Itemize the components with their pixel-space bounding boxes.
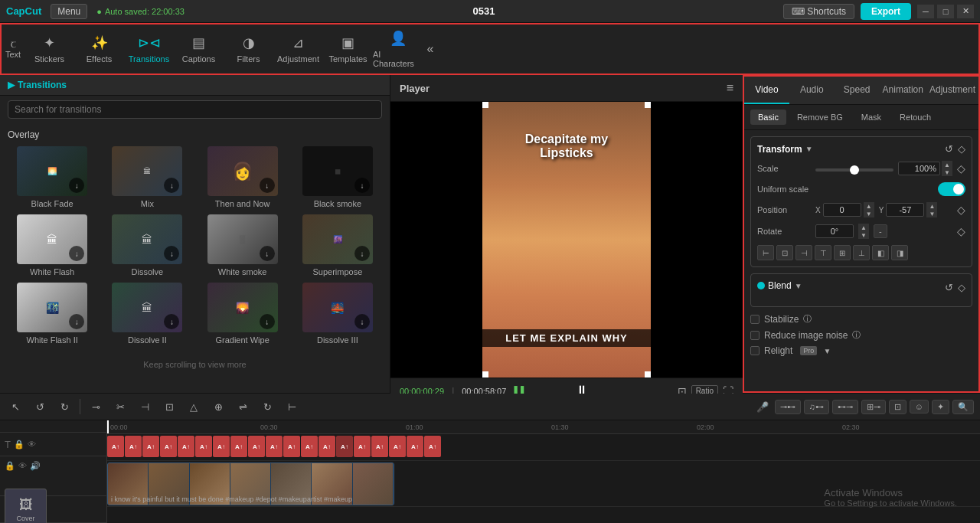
audio-snap-button[interactable]: ♫⊷ (804, 400, 829, 414)
toolbar-transitions[interactable]: ⊳⊲ Transitions (124, 23, 174, 75)
delete-button[interactable]: ✂ (111, 397, 129, 416)
freeze-button[interactable]: ⊕ (209, 397, 227, 416)
transition-mix[interactable]: 🏛 ↓ Mix (103, 146, 191, 208)
stabilize-checkbox[interactable] (750, 315, 760, 324)
stabilize-info-icon[interactable]: ⓘ (803, 313, 812, 325)
text-clip-16[interactable]: A↑ (389, 436, 406, 457)
text-clip-6[interactable]: A↑ (213, 436, 230, 457)
text-clip-10[interactable]: A↑ (283, 436, 300, 457)
shortcuts-button[interactable]: ⌨ Shortcuts (783, 4, 854, 19)
video-clip[interactable]: i know it's painful but it must be done … (107, 463, 394, 505)
text-clip-4[interactable]: A↑ (178, 436, 194, 457)
text-clip-13[interactable]: A↑ (336, 436, 353, 457)
rotate-decrement[interactable]: ▼ (858, 231, 869, 239)
tab-video[interactable]: Video (744, 77, 789, 104)
transition-dissolve[interactable]: 🏛 ↓ Dissolve (103, 214, 191, 276)
position-keyframe-icon[interactable]: ◇ (957, 204, 965, 216)
blend-diamond-icon[interactable]: ◇ (958, 282, 965, 293)
sub-tab-basic[interactable]: Basic (750, 110, 786, 125)
trim-button[interactable]: ⊣ (136, 397, 154, 416)
menu-button[interactable]: Menu (51, 4, 87, 19)
download-icon[interactable]: ↓ (164, 314, 179, 329)
align-right-button[interactable]: ⊣ (795, 245, 812, 260)
download-icon[interactable]: ↓ (354, 178, 370, 193)
cover-button[interactable]: 🖼 Cover (5, 489, 47, 524)
search-input[interactable] (8, 100, 382, 119)
download-icon[interactable]: ↓ (164, 246, 179, 261)
transition-then-and-now[interactable]: 👩 ↓ Then and Now (198, 146, 287, 208)
tab-audio[interactable]: Audio (789, 77, 835, 104)
rotate-minus-button[interactable]: - (874, 224, 887, 238)
text-clip-1[interactable]: A↑ (125, 436, 142, 457)
transition-dissolve-2[interactable]: 🏛 ↓ Dissolve II (103, 283, 191, 345)
text-clip-8[interactable]: A↑ (248, 436, 265, 457)
rotate-increment[interactable]: ▲ (858, 224, 869, 231)
split-button[interactable]: ⊸ (87, 397, 105, 416)
corner-handle-tr[interactable] (645, 102, 651, 108)
download-icon[interactable]: ↓ (260, 314, 275, 329)
text-clip-9[interactable]: A↑ (266, 436, 283, 457)
download-icon[interactable]: ↓ (260, 178, 275, 193)
corner-handle-br[interactable] (645, 371, 651, 378)
transition-white-flash[interactable]: 🏛 ↓ White Flash (8, 214, 96, 276)
sticker-button[interactable]: ✦ (932, 400, 949, 414)
mic-button[interactable]: 🎤 (753, 397, 772, 416)
scale-increment-button[interactable]: ▲ (942, 161, 952, 168)
transform-diamond-icon[interactable]: ◇ (958, 143, 965, 155)
toolbar-filters[interactable]: ◑ Filters (224, 23, 273, 75)
transition-gradient-wipe[interactable]: 🌄 ↓ Gradient Wipe (198, 283, 287, 345)
toolbar-templates[interactable]: ▣ Templates (323, 23, 373, 75)
text-clip-2[interactable]: A↑ (142, 436, 159, 457)
reduce-noise-checkbox[interactable] (750, 331, 760, 340)
cursor-tool-button[interactable]: ↖ (6, 397, 24, 416)
align-left-button[interactable]: ⊢ (757, 245, 774, 260)
pos-y-increment[interactable]: ▲ (926, 202, 937, 210)
tab-speed[interactable]: Speed (835, 77, 880, 104)
transition-white-smoke[interactable]: ▒ ↓ White smoke (198, 214, 287, 276)
corner-handle-tl[interactable] (482, 102, 488, 108)
scale-decrement-button[interactable]: ▼ (942, 168, 952, 176)
insert-button[interactable]: ⊡ (889, 400, 906, 414)
text-clip-5[interactable]: A↑ (195, 436, 212, 457)
transitions-tab[interactable]: ▶ Transitions (8, 80, 67, 90)
transition-white-flash-2[interactable]: 🌃 ↓ White Flash II (8, 283, 96, 345)
video-track-audio-icon[interactable]: 🔊 (30, 461, 41, 471)
export-button[interactable]: Export (861, 3, 911, 20)
relight-checkbox[interactable] (750, 346, 760, 355)
toolbar-ai-characters[interactable]: 👤 AI Characters (373, 23, 423, 75)
pos-y-decrement[interactable]: ▼ (926, 210, 937, 217)
link-button[interactable]: ⊷⊸ (832, 400, 858, 414)
mask-button[interactable]: △ (185, 397, 203, 416)
transition-superimpose[interactable]: 🌆 ↓ Superimpose (293, 214, 382, 276)
playhead[interactable] (107, 420, 109, 433)
mirror-button[interactable]: ⊢ (283, 397, 301, 416)
download-icon[interactable]: ↓ (260, 246, 275, 261)
crop-button[interactable]: ⊡ (160, 397, 178, 416)
reverse-button[interactable]: ⇌ (234, 397, 252, 416)
player-menu-icon[interactable]: ≡ (727, 81, 733, 95)
sub-tab-mask[interactable]: Mask (854, 110, 889, 125)
scale-keyframe-icon[interactable]: ◇ (957, 162, 965, 175)
minimize-button[interactable]: ─ (917, 5, 934, 18)
rotate-button[interactable]: ↻ (258, 397, 276, 416)
align-right-frame-button[interactable]: ◨ (891, 245, 908, 260)
tab-animation[interactable]: Animation (880, 77, 926, 104)
align-left-frame-button[interactable]: ◧ (872, 245, 889, 260)
corner-handle-bl[interactable] (482, 371, 488, 378)
emoji-button[interactable]: ☺ (910, 400, 929, 413)
toolbar-collapse-button[interactable]: « (423, 42, 438, 56)
text-clip-18[interactable]: A↑ (424, 436, 441, 457)
sub-tab-remove-bg[interactable]: Remove BG (789, 110, 851, 125)
pos-x-decrement[interactable]: ▼ (864, 210, 874, 217)
redo-button[interactable]: ↻ (55, 397, 74, 416)
undo-button[interactable]: ↺ (31, 397, 49, 416)
transition-black-smoke[interactable]: ◼ ↓ Black smoke (293, 146, 382, 208)
scale-value-input[interactable] (898, 162, 940, 175)
transform-reset-icon[interactable]: ↺ (945, 143, 953, 155)
reduce-noise-info-icon[interactable]: ⓘ (852, 329, 861, 341)
zoom-button[interactable]: 🔍 (952, 400, 974, 414)
align-bottom-button[interactable]: ⊥ (853, 245, 870, 260)
scale-slider[interactable] (815, 168, 893, 172)
text-clip-15[interactable]: A↑ (371, 436, 388, 457)
uniform-scale-toggle[interactable] (938, 182, 965, 196)
